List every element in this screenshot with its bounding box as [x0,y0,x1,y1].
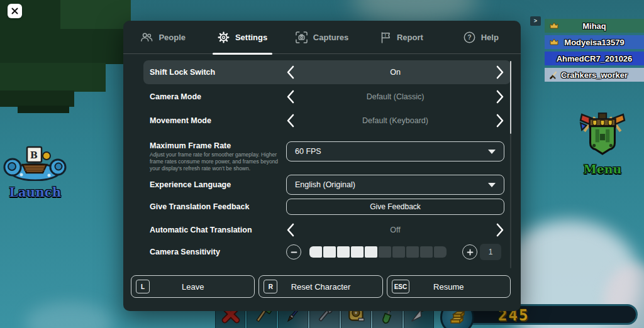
launch-button[interactable]: B Launch [1,145,69,200]
key-badge-L: L [136,280,150,293]
minus-icon [291,249,297,256]
tab-label: Help [481,33,499,42]
leaderboard: Mihaq Modyeisa13579 AhmedCR7_201026 Crah… [545,19,644,84]
tree-foliage [0,63,106,92]
stepper-control: Off [286,219,504,241]
stepper-control: On [286,60,504,84]
setting-row-max-frame-rate: Maximum Frame Rate Adjust your frame rat… [143,135,511,170]
chevron-left-icon[interactable] [286,223,295,237]
dropdown-arrow-icon [488,150,496,154]
menu-tabs: People Settings [123,21,521,54]
people-icon [140,32,153,42]
setting-row-shift-lock[interactable]: Shift Lock Switch On [143,60,511,84]
leave-button[interactable]: L Leave [131,275,255,298]
setting-row-movement-mode[interactable]: Movement Mode Default (Keyboard) [143,109,511,133]
tab-label: Settings [235,33,267,42]
leaderboard-row[interactable]: AhmedCR7_201026 [545,52,644,65]
dropdown-value: English (Original) [295,180,355,189]
slider-segment [309,246,322,258]
leaderboard-row[interactable]: Crahkers_worker [545,68,644,82]
give-feedback-button[interactable]: Give Feedback [286,199,504,215]
chevron-right-icon[interactable] [496,65,504,79]
setting-label: Maximum Frame Rate [150,141,231,150]
ship-wave-icon: B [3,145,68,181]
chevron-left-icon[interactable] [286,114,295,128]
setting-row-auto-chat-translation[interactable]: Automatic Chat Translation Off [143,219,511,241]
player-name: AhmedCR7_201026 [557,54,633,63]
in-game-menu-panel: People Settings [123,21,521,311]
setting-label: Camera Mode [150,92,201,101]
gear-icon [218,31,230,43]
chevron-left-icon[interactable] [286,65,295,79]
menu-label: Menu [568,162,637,176]
help-icon: ? [464,31,475,43]
leaderboard-row[interactable]: Modyeisa13579 [545,35,644,49]
tab-captures[interactable]: Captures [282,21,362,53]
slider-segment [392,246,405,258]
tab-help[interactable]: ? Help [441,21,521,53]
close-button[interactable] [8,4,22,18]
decrease-sensitivity-button[interactable] [286,244,301,260]
tab-label: Report [397,33,423,42]
setting-label: Automatic Chat Translation [150,226,252,234]
chevron-right-icon[interactable] [496,90,504,104]
tab-people[interactable]: People [123,21,203,53]
setting-label: Give Translation Feedback [150,202,249,211]
frame-rate-dropdown[interactable]: 60 FPS [286,141,504,161]
castle-shield-icon [570,108,635,158]
slider-segment [337,246,350,258]
chevron-right-icon[interactable] [496,114,504,128]
leaderboard-row[interactable]: Mihaq [545,19,644,33]
setting-value: Default (Keyboard) [311,116,479,125]
stepper-control: Default (Keyboard) [286,109,504,133]
chevron-right-icon[interactable] [496,223,504,237]
setting-value: On [311,68,479,77]
sail-letter: B [30,150,38,160]
leaderboard-toggle-button[interactable]: > [530,16,541,26]
setting-row-camera-sensitivity: Camera Sensitivity [143,242,511,262]
setting-value: Default (Classic) [311,92,479,101]
footer-buttons: L Leave R Reset Character ESC Resume [131,275,511,298]
key-badge-ESC: ESC [392,280,410,293]
sword-icon [549,70,559,80]
setting-label: Movement Mode [150,116,211,125]
player-name: Crahkers_worker [561,70,628,80]
tab-settings[interactable]: Settings [203,21,282,53]
tree-foliage [18,106,69,113]
help-question-mark: ? [467,34,471,41]
setting-row-camera-mode[interactable]: Camera Mode Default (Classic) [143,85,511,109]
sensitivity-slider[interactable] [309,246,447,258]
resume-button[interactable]: ESC Resume [387,275,511,298]
tree-foliage [0,90,74,107]
reset-character-button[interactable]: R Reset Character [258,275,382,298]
sensitivity-value-box[interactable]: 1 [480,244,501,260]
setting-label: Camera Sensitivity [150,248,220,256]
player-name: Modyeisa13579 [564,38,624,47]
setting-label: Experience Language [150,180,231,189]
plus-icon [467,249,474,256]
tab-report[interactable]: ! Report [362,21,441,53]
setting-value: Off [311,226,479,234]
slider-segment [365,246,377,258]
setting-description: Adjust your frame rate for smoother game… [150,151,288,172]
setting-row-translation-feedback: Give Translation Feedback Give Feedback [143,198,511,216]
slider-segment [351,246,364,258]
report-flag-icon: ! [380,31,391,43]
slider-segment [420,246,433,258]
reset-character-label: Reset Character [291,282,351,292]
crown-icon [549,21,559,31]
crown-icon [549,37,559,47]
language-dropdown[interactable]: English (Original) [286,175,504,195]
tab-label: Captures [313,33,348,42]
tree-foliage [60,0,131,29]
game-menu-button[interactable]: Menu [568,108,637,176]
dropdown-arrow-icon [488,183,496,187]
increase-sensitivity-button[interactable] [462,244,477,260]
chevron-left-icon[interactable] [286,90,295,104]
scrollbar-thumb[interactable] [510,61,511,134]
resume-label: Resume [433,282,464,292]
slider-segment [406,246,419,258]
cloud [25,302,113,328]
tab-label: People [158,33,186,42]
slider-segment [323,246,336,258]
